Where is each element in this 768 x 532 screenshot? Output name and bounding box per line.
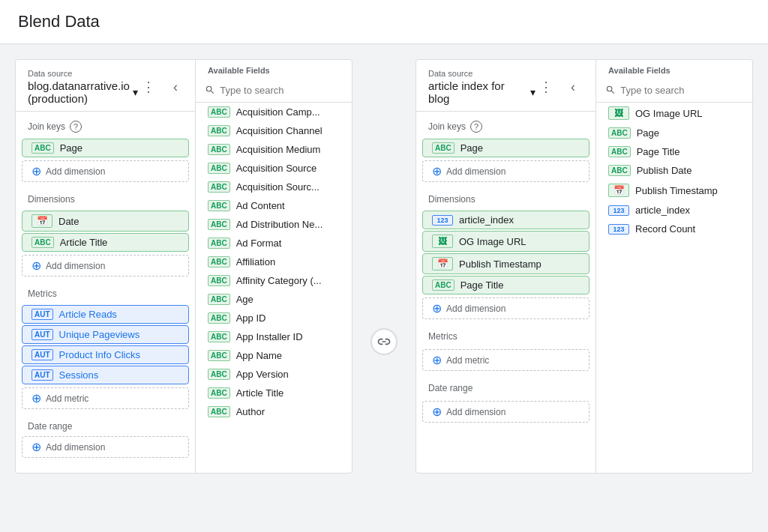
left-dim-date[interactable]: 📅 Date [22,211,189,232]
field-row[interactable]: ABC Acquisition Channel [196,121,352,140]
field-row[interactable]: ABC Ad Content [196,196,352,215]
join-connector-icon[interactable] [370,328,398,355]
left-metric-sessions[interactable]: AUT Sessions [22,366,189,384]
field-badge: ABC [208,369,230,380]
left-ds-chevron-icon[interactable]: ▾ [133,86,138,98]
field-row[interactable]: ABC Ad Format [196,234,352,253]
right-ds-label: Data source [428,69,536,78]
right-panel-collapse-icon[interactable]: ‹ [562,76,584,97]
right-field-row[interactable]: 123 Record Count [596,220,752,238]
field-row[interactable]: ABC Article Title [196,384,352,402]
field-name: App ID [236,312,266,324]
right-field-name: Page [637,127,659,139]
field-row[interactable]: ABC App ID [196,309,352,327]
right-join-key-name: Page [460,142,483,154]
field-badge: ABC [208,387,230,399]
field-badge: ABC [208,163,230,174]
field-badge: ABC [208,350,230,361]
connector[interactable] [364,209,404,474]
right-dim-page-title[interactable]: ABC Page Title [422,276,590,294]
left-metric-unique-pageviews[interactable]: AUT Unique Pageviews [22,325,189,344]
right-field-row[interactable]: ABC Page [596,124,752,142]
field-name: Ad Format [236,238,282,249]
right-add-metric-plus-icon: ⊕ [432,353,442,367]
right-date-range-add[interactable]: ⊕ Add dimension [422,401,590,423]
right-add-metric[interactable]: ⊕ Add metric [422,349,590,371]
right-dim-pts-badge: 📅 [432,257,453,270]
right-panel-config: Data source article index for blog ▾ ⋮ ‹… [416,60,596,473]
left-dim-article-badge: ABC [32,237,54,248]
left-dim-date-badge: 📅 [32,214,52,228]
left-dim-article-name: Article Title [60,237,108,248]
right-field-badge: ABC [608,165,631,176]
left-ds-name[interactable]: blog.datanarrative.io (production) ▾ [28,79,138,105]
left-join-key-page[interactable]: ABC Page [22,139,189,157]
field-row[interactable]: ABC App Version [196,365,352,384]
left-search-input[interactable] [220,85,343,96]
left-add-metric[interactable]: ⊕ Add metric [22,387,189,409]
right-fields-list: 🖼 OG Image URL ABC Page ABC Page Title A… [596,103,752,238]
right-add-dimension-join[interactable]: ⊕ Add dimension [422,160,590,182]
field-row[interactable]: ABC Acquisition Sourc... [196,178,352,196]
field-row[interactable]: ABC Age [196,290,352,309]
main-content: Data source blog.datanarrative.io (produ… [0,44,768,489]
field-row[interactable]: ABC Acquisition Source [196,159,352,178]
right-field-name: Record Count [635,223,695,235]
left-dim-date-name: Date [58,216,79,227]
left-ds-label: Data source [28,69,138,78]
right-dim-og-image[interactable]: 🖼 OG Image URL [422,231,590,252]
left-metric-up-name: Unique Pageviews [59,329,140,340]
right-join-help-icon[interactable]: ? [470,121,482,133]
right-field-row[interactable]: 🖼 OG Image URL [596,103,752,124]
right-search-input[interactable] [620,85,743,96]
left-dim-article-title[interactable]: ABC Article Title [22,233,189,252]
right-panel-more-icon[interactable]: ⋮ [536,76,556,97]
field-row[interactable]: ABC Author [196,402,352,421]
field-row[interactable]: ABC Ad Distribution Ne... [196,215,352,234]
right-field-badge: 123 [608,224,629,235]
left-join-help-icon[interactable]: ? [70,121,82,133]
left-date-range-label: Date range [16,412,195,436]
left-add-dimension-join[interactable]: ⊕ Add dimension [22,160,189,182]
field-badge: ABC [208,275,230,286]
right-ds-chevron-icon[interactable]: ▾ [530,86,536,98]
right-field-row[interactable]: 123 article_index [596,201,752,220]
left-join-keys-label: Join keys ? [16,112,195,137]
field-row[interactable]: ABC App Installer ID [196,327,352,346]
right-add-dimension[interactable]: ⊕ Add dimension [422,297,590,319]
left-date-range-add[interactable]: ⊕ Add dimension [22,436,189,458]
field-row[interactable]: ABC Acquisition Medium [196,140,352,159]
left-metric-product-info-clicks[interactable]: AUT Product Info Clicks [22,345,189,364]
right-field-row[interactable]: ABC Page Title [596,142,752,161]
right-dim-article-index[interactable]: 123 article_index [422,211,590,229]
field-row[interactable]: ABC Acquisition Camp... [196,103,352,121]
field-row[interactable]: ABC Affinity Category (... [196,271,352,290]
right-ds-name[interactable]: article index for blog ▾ [428,79,536,105]
left-metric-article-reads[interactable]: AUT Article Reads [22,305,189,324]
field-name: App Installer ID [236,331,303,342]
right-dim-publish-ts[interactable]: 📅 Publish Timestamp [422,253,590,274]
right-date-range-plus-icon: ⊕ [432,405,442,419]
right-search-bar [596,78,752,103]
field-row[interactable]: ABC App Name [196,346,352,365]
left-join-key-badge: ABC [32,142,54,154]
right-field-name: Publish Timestamp [635,185,718,196]
left-add-dimension[interactable]: ⊕ Add dimension [22,255,189,276]
field-name: Age [236,294,254,305]
right-metrics-label: Metrics [416,322,596,346]
field-badge: ABC [208,294,230,305]
field-row[interactable]: ABC Affiliation [196,253,352,271]
right-field-row[interactable]: 📅 Publish Timestamp [596,180,752,201]
left-metric-ar-name: Article Reads [59,309,117,320]
left-panel-collapse-icon[interactable]: ‹ [165,76,186,97]
field-badge: ABC [208,106,230,118]
right-dim-og-name: OG Image URL [459,236,526,247]
page-header: Blend Data [0,0,768,44]
left-metric-pic-name: Product Info Clicks [59,349,140,360]
left-panel-more-icon[interactable]: ⋮ [138,76,159,97]
right-field-row[interactable]: ABC Publish Date [596,161,752,180]
right-join-key-page[interactable]: ABC Page [422,139,590,157]
field-name: Ad Distribution Ne... [236,219,323,230]
left-add-dim-plus-icon: ⊕ [32,259,41,273]
field-name: Ad Content [236,200,285,211]
